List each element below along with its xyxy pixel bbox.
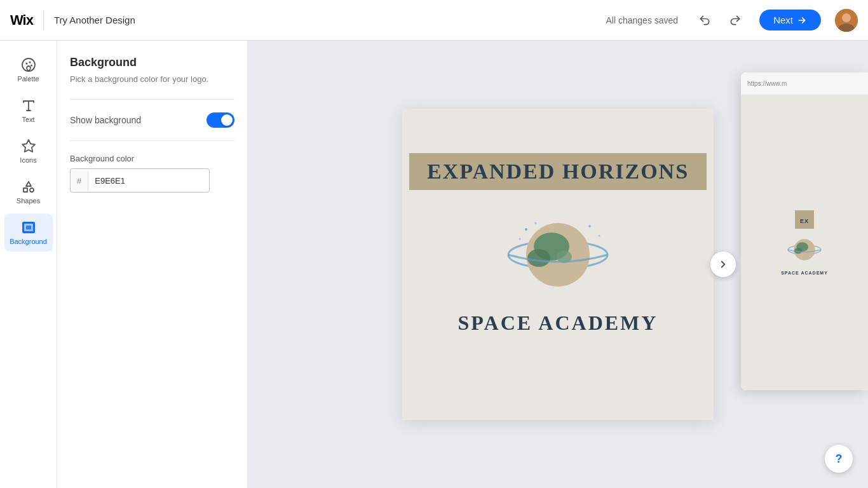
planet-svg-container	[501, 207, 615, 305]
sidebar-item-text[interactable]: Text	[4, 92, 53, 130]
bg-color-label: Background color	[70, 154, 234, 163]
header-divider	[43, 10, 44, 30]
header-title: Try Another Design	[54, 15, 135, 25]
bg-color-hash: #	[71, 171, 88, 191]
logo-card: EXPANDED HORIZONS	[402, 109, 714, 420]
right-preview-planet	[785, 234, 824, 266]
header: Wix Try Another Design All changes saved…	[0, 0, 868, 41]
bg-color-input[interactable]	[88, 171, 208, 191]
shapes-label: Shapes	[17, 197, 40, 205]
svg-point-19	[535, 222, 537, 224]
background-icon	[21, 220, 36, 235]
show-background-toggle[interactable]	[207, 112, 234, 128]
right-preview-bar: https://www.m	[741, 72, 868, 95]
logo-line2-container: SPACE ACADEMY	[458, 311, 658, 335]
svg-rect-12	[26, 226, 31, 229]
sidebar-icons: Palette Text Icons Shapes	[0, 41, 57, 488]
palette-icon	[21, 57, 36, 72]
show-background-row: Show background	[70, 112, 234, 128]
panel-divider	[70, 99, 234, 100]
show-background-label: Show background	[70, 115, 141, 125]
background-label: Background	[10, 238, 47, 245]
redo-button[interactable]	[724, 9, 747, 32]
svg-marker-7	[22, 140, 35, 152]
sidebar-item-icons[interactable]: Icons	[4, 132, 53, 170]
svg-point-22	[599, 234, 600, 236]
svg-point-26	[794, 248, 802, 254]
next-button[interactable]: Next	[759, 10, 821, 30]
saved-status: All changes saved	[606, 15, 679, 25]
panel-subtitle: Pick a background color for your logo.	[70, 74, 234, 84]
panel-title: Background	[70, 56, 234, 69]
svg-point-8	[30, 188, 34, 192]
panel-divider-2	[70, 140, 234, 141]
svg-point-3	[22, 58, 35, 71]
svg-point-18	[525, 228, 527, 231]
undo-icon	[698, 14, 711, 27]
help-button[interactable]: ?	[825, 445, 853, 473]
avatar-image	[835, 9, 858, 32]
svg-point-4	[25, 63, 27, 65]
bg-color-input-row: #	[70, 168, 210, 193]
logo-line1: EXPANDED HORIZONS	[427, 159, 689, 183]
undo-button[interactable]	[693, 9, 716, 32]
svg-rect-9	[24, 188, 27, 192]
text-label: Text	[22, 116, 34, 123]
text-icon	[21, 98, 36, 113]
redo-icon	[729, 14, 742, 27]
chevron-right-icon	[717, 259, 729, 270]
logo-title-container: EXPANDED HORIZONS	[402, 153, 714, 190]
preview-url: https://www.m	[747, 80, 787, 87]
canvas-area: EXPANDED HORIZONS	[248, 41, 868, 488]
logo-line2: SPACE ACADEMY	[458, 311, 658, 334]
next-arrow-icon	[797, 15, 807, 25]
logo-title-bg: EXPANDED HORIZONS	[409, 153, 707, 190]
right-preview-title: EX	[795, 210, 814, 229]
svg-point-20	[519, 238, 521, 240]
sidebar-item-background[interactable]: Background	[4, 214, 53, 252]
planet-svg	[501, 207, 615, 302]
icons-label: Icons	[20, 156, 36, 164]
sidebar-item-palette[interactable]: Palette	[4, 51, 53, 89]
shapes-icon	[21, 179, 36, 194]
sidebar-item-shapes[interactable]: Shapes	[4, 173, 53, 211]
toggle-thumb	[221, 114, 233, 126]
right-preview-content: EX SPACE ACADEMY	[741, 95, 868, 390]
svg-point-21	[588, 225, 591, 227]
svg-point-16	[527, 249, 550, 267]
help-icon: ?	[836, 452, 843, 466]
svg-point-1	[842, 13, 851, 22]
carousel-next-button[interactable]	[710, 252, 736, 277]
icons-icon	[21, 139, 36, 154]
svg-point-6	[31, 65, 32, 67]
right-preview-card: https://www.m EX SPACE ACADEMY	[741, 72, 868, 390]
user-avatar[interactable]	[835, 9, 858, 32]
wix-logo: Wix	[10, 12, 33, 29]
left-panel: Background Pick a background color for y…	[57, 41, 248, 488]
toggle-track	[207, 112, 234, 128]
svg-point-5	[29, 62, 31, 64]
palette-label: Palette	[17, 75, 39, 83]
main-layout: Palette Text Icons Shapes	[0, 41, 868, 488]
right-preview-logo: EX SPACE ACADEMY	[781, 210, 828, 275]
